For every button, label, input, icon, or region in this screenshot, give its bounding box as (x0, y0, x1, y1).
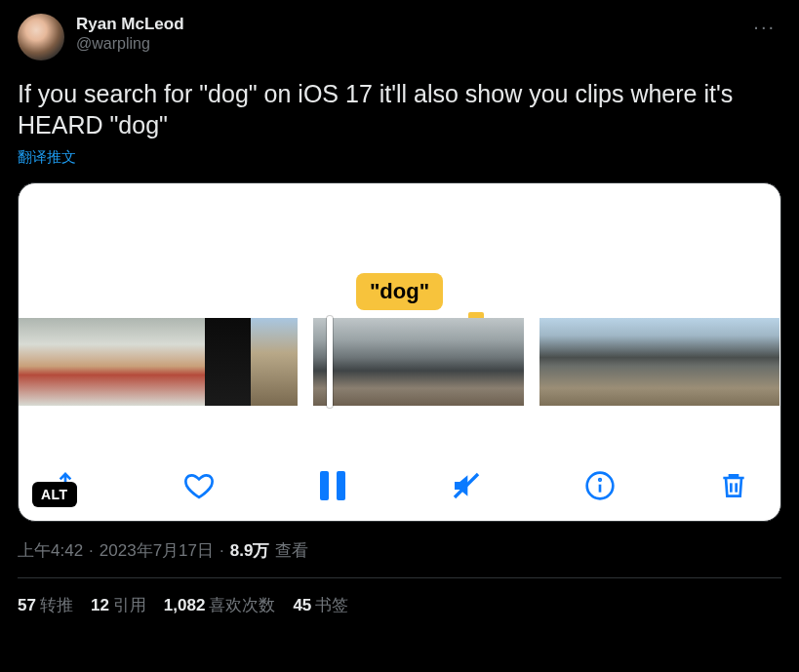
video-timeline[interactable] (19, 318, 780, 406)
caption-badge: "dog" (356, 273, 443, 310)
tweet-header: Ryan McLeod @warpling ··· (18, 14, 781, 60)
pause-icon[interactable] (315, 468, 350, 503)
clip-group-2[interactable] (313, 318, 524, 406)
author-name: Ryan McLeod (76, 14, 184, 34)
likes-count: 1,082 (164, 596, 206, 614)
avatar[interactable] (18, 14, 64, 60)
clip-thumb (19, 318, 65, 406)
retweets-label: 转推 (40, 596, 73, 614)
clip-thumb (313, 318, 366, 406)
info-icon[interactable] (582, 468, 618, 503)
retweets-stat[interactable]: 57转推 (18, 594, 73, 616)
tweet-text: If you search for "dog" on iOS 17 it'll … (18, 78, 781, 140)
clip-group-3[interactable] (539, 318, 779, 406)
tweet-container: Ryan McLeod @warpling ··· If you search … (0, 0, 799, 616)
clip-thumb (251, 318, 298, 406)
translate-link[interactable]: 翻译推文 (18, 148, 781, 167)
more-icon[interactable]: ··· (747, 14, 781, 40)
clip-thumb (65, 318, 112, 406)
views-count: 8.9万 (230, 539, 270, 562)
clip-thumb (579, 318, 619, 406)
bookmarks-count: 45 (293, 596, 311, 614)
quotes-count: 12 (91, 596, 109, 614)
retweets-count: 57 (18, 596, 36, 614)
media-card-top (19, 183, 780, 273)
alt-badge[interactable]: ALT (32, 482, 77, 507)
tweet-stats: 57转推 12引用 1,082喜欢次数 45书签 (18, 594, 781, 616)
clip-thumb (419, 318, 471, 406)
clip-thumb (366, 318, 419, 406)
heart-icon[interactable] (181, 468, 217, 503)
clip-group-1[interactable] (19, 318, 298, 406)
clip-thumb (739, 318, 779, 406)
author-handle: @warpling (76, 34, 184, 54)
clip-thumb (205, 318, 252, 406)
views-label: 查看 (275, 539, 308, 562)
meta-dot: · (89, 541, 94, 561)
author-block[interactable]: Ryan McLeod @warpling (76, 14, 184, 54)
trash-icon[interactable] (716, 468, 751, 503)
divider (18, 577, 781, 578)
playhead[interactable] (327, 316, 333, 408)
tweet-time[interactable]: 上午4:42 (18, 539, 83, 562)
likes-stat[interactable]: 1,082喜欢次数 (164, 594, 276, 616)
clip-thumb (111, 318, 158, 406)
clip-thumb (539, 318, 579, 406)
media-toolbar (19, 445, 780, 521)
mute-icon[interactable] (449, 468, 484, 503)
tweet-date[interactable]: 2023年7月17日 (100, 539, 214, 562)
clip-thumb (619, 318, 659, 406)
svg-point-4 (599, 479, 601, 481)
bookmarks-label: 书签 (315, 596, 348, 614)
media-card[interactable]: "dog" (18, 182, 781, 522)
clip-thumb (659, 318, 699, 406)
caption-row: "dog" (19, 273, 780, 318)
bookmarks-stat[interactable]: 45书签 (293, 594, 348, 616)
quotes-stat[interactable]: 12引用 (91, 594, 146, 616)
meta-dot: · (220, 541, 224, 561)
likes-label: 喜欢次数 (209, 596, 275, 614)
clip-thumb (471, 318, 524, 406)
tweet-meta: 上午4:42 · 2023年7月17日 · 8.9万 查看 (18, 539, 781, 562)
clip-thumb (699, 318, 739, 406)
clip-thumb (158, 318, 205, 406)
quotes-label: 引用 (113, 596, 146, 614)
